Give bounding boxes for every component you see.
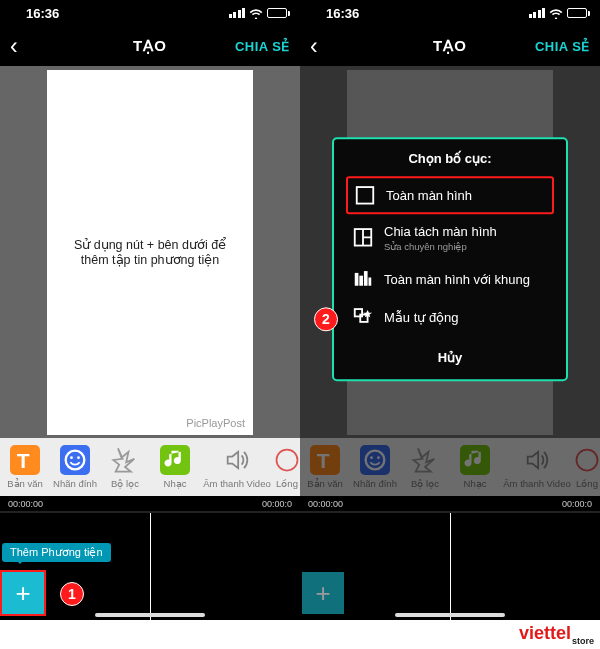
nav-bar: ‹ TẠO CHIA SẺ [0,26,300,66]
timeline-ruler: 00:00:00 00:00:0 [0,496,300,512]
layout-opt-framed[interactable]: Toàn màn hình với khung [346,260,554,298]
svg-rect-10 [359,276,363,286]
tool-label: Bộ lọc [411,478,439,489]
sticker-icon [60,445,90,475]
canvas-watermark: PicPlayPost [186,417,245,429]
svg-rect-12 [369,277,372,285]
tool-filter[interactable]: Bộ lọc [100,438,150,496]
toolbar-dim: T Bản văn Nhãn đính Bộ lọc Nhạc Âm thanh… [300,438,600,496]
status-time: 16:36 [310,6,359,21]
playhead[interactable] [150,513,151,620]
tool-label: Nhạc [164,478,187,489]
auto-icon [352,306,374,328]
battery-icon [267,8,290,18]
toolbar: T Bản văn Nhãn đính Bộ lọc Nhạc Âm thanh… [0,438,300,496]
tool-label: Nhãn đính [53,478,97,489]
share-button[interactable]: CHIA SẺ [535,39,590,54]
svg-point-18 [377,456,380,459]
add-media-button[interactable]: + [2,572,44,614]
tool-text: T Bản văn [300,438,350,496]
tool-music: Nhạc [450,438,500,496]
add-media-button: + [302,572,344,614]
timeline-track: + [300,512,600,620]
svg-point-3 [77,456,80,459]
svg-rect-11 [364,271,368,286]
signal-icon [529,8,546,18]
popup-title: Chọn bố cục: [346,151,554,166]
filter-icon [110,445,140,475]
timeline-end: 00:00:0 [562,496,592,511]
share-button[interactable]: CHIA SẺ [235,39,290,54]
wifi-icon [549,8,563,19]
opt-label: Toàn màn hình [386,188,472,203]
step-1-marker: 1 [60,582,84,606]
svg-rect-9 [355,273,359,286]
brand-sub: store [572,636,594,646]
svg-point-4 [277,450,298,471]
timeline-ruler: 00:00:00 00:00:0 [300,496,600,512]
status-bar: 16:36 [300,0,600,26]
tool-label: Bộ lọc [111,478,139,489]
text-icon: T [10,445,40,475]
tool-label: Âm thanh Video [203,478,270,489]
svg-rect-5 [357,187,374,204]
frame-icon [352,268,374,290]
home-indicator[interactable] [95,613,205,617]
tool-overlay[interactable]: Lồng [274,438,300,496]
svg-point-1 [66,451,85,470]
brand-name: viettel [519,623,571,643]
tool-label: Lồng [276,478,298,489]
tool-label: Âm thanh Video [503,478,570,489]
tool-sticker: Nhãn đính [350,438,400,496]
tool-filter: Bộ lọc [400,438,450,496]
timeline-track[interactable]: Thêm Phương tiện + 1 [0,512,300,620]
tool-label: Bản văn [7,478,43,489]
tool-video-sound[interactable]: Âm thanh Video [200,438,274,496]
back-button[interactable]: ‹ [10,33,18,60]
sound-icon [222,445,252,475]
overlay-icon [272,445,302,475]
playhead [450,513,451,620]
tool-label: Nhạc [464,478,487,489]
svg-point-17 [370,456,373,459]
tool-label: Nhãn đính [353,478,397,489]
status-bar: 16:36 [0,0,300,26]
signal-icon [229,8,246,18]
opt-label: Chia tách màn hình [384,224,497,239]
tool-label: Lồng [576,478,598,489]
svg-point-2 [70,456,73,459]
canvas-area[interactable]: Sử dụng nút + bên dưới để thêm tập tin p… [0,66,300,438]
tool-label: Bản văn [307,478,343,489]
tool-music[interactable]: Nhạc [150,438,200,496]
canvas-doc: Sử dụng nút + bên dưới để thêm tập tin p… [47,70,253,435]
opt-label: Mẫu tự động [384,310,459,325]
music-icon [160,445,190,475]
plus-icon: + [315,578,330,609]
tool-sticker[interactable]: Nhãn đính [50,438,100,496]
tool-video-sound: Âm thanh Video [500,438,574,496]
wifi-icon [249,8,263,19]
tool-overlay: Lồng [574,438,600,496]
tool-text[interactable]: T Bản văn [0,438,50,496]
text-icon: T [310,445,340,475]
layout-popup: 2 Chọn bố cục: Toàn màn hình Chia tách m… [332,137,568,381]
canvas-area-dim: 2 Chọn bố cục: Toàn màn hình Chia tách m… [300,66,600,438]
layout-opt-fullscreen[interactable]: Toàn màn hình [346,176,554,214]
music-icon [460,445,490,475]
svg-text:T: T [317,449,330,472]
split-icon [352,226,374,248]
layout-opt-auto[interactable]: Mẫu tự động [346,298,554,336]
plus-icon: + [15,578,30,609]
brand-logo: viettelstore [519,624,594,646]
nav-bar: ‹ TẠO CHIA SẺ [300,26,600,66]
sound-icon [522,445,552,475]
popup-cancel[interactable]: Hủy [346,344,554,371]
step-2-marker: 2 [314,307,338,331]
back-button[interactable]: ‹ [310,33,318,60]
layout-opt-split[interactable]: Chia tách màn hình Sửa chuyên nghiệp [346,214,554,260]
home-indicator[interactable] [395,613,505,617]
screen-step-2: 16:36 ‹ TẠO CHIA SẺ 2 Chọn bố cục: Toàn … [300,0,600,620]
fullscreen-icon [354,184,376,206]
svg-text:T: T [17,449,30,472]
battery-icon [567,8,590,18]
